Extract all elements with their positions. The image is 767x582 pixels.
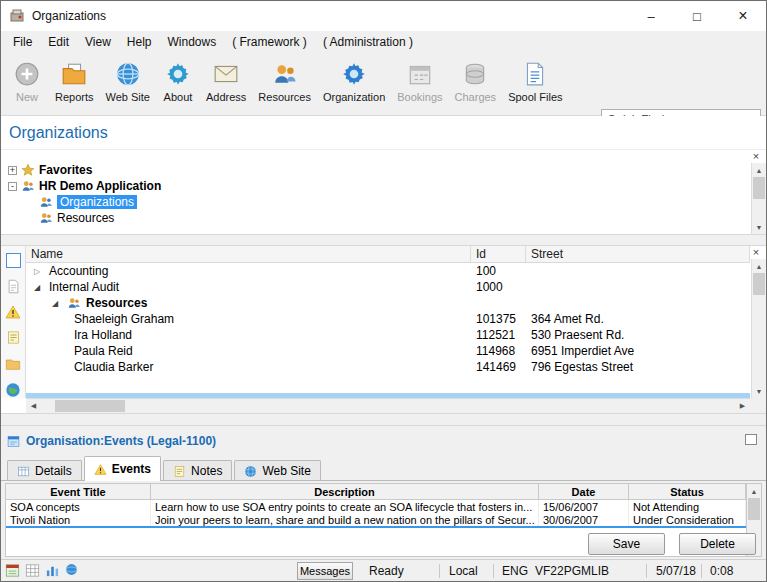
organization-button[interactable]: Organization	[317, 57, 391, 105]
close-icon[interactable]: ×	[750, 246, 762, 258]
tree-scrollbar[interactable]: ▲ ▼	[751, 163, 766, 234]
table-row[interactable]: ◢ Resources	[26, 295, 750, 311]
menu-item-framework[interactable]: ( Framework )	[224, 32, 315, 52]
tree-item-favorites[interactable]: + Favorites	[1, 162, 766, 178]
organizations-list-panel: Name Id Street ▷ Accounting 100 ◢ Intern…	[1, 246, 766, 413]
splitter[interactable]	[1, 234, 766, 246]
reports-icon	[59, 59, 89, 89]
messages-button[interactable]: Messages	[297, 562, 353, 580]
web-site-button[interactable]: Web Site	[100, 57, 156, 105]
column-header-event-title[interactable]: Event Title	[6, 484, 151, 499]
status-separator	[646, 564, 647, 578]
column-header-status[interactable]: Status	[629, 484, 746, 499]
table-row[interactable]: ◢ Internal Audit 1000	[26, 279, 750, 295]
select-tool-icon[interactable]	[5, 252, 22, 269]
close-icon[interactable]: ×	[750, 150, 762, 162]
splitter[interactable]	[1, 413, 766, 426]
cell-name: Resources	[86, 296, 147, 310]
table-row[interactable]: SOA concepts Learn how to use SOA entry …	[6, 500, 746, 513]
panel-maximize-icon[interactable]	[745, 434, 757, 445]
table-row[interactable]: Claudia Barker 141469 796 Egestas Street	[26, 359, 750, 375]
globe-icon[interactable]	[65, 563, 80, 578]
cell-id: 101375	[471, 312, 526, 326]
column-header-date[interactable]: Date	[539, 484, 629, 499]
close-button[interactable]: ×	[720, 1, 766, 31]
organizations-table: Name Id Street ▷ Accounting 100 ◢ Intern…	[26, 246, 750, 375]
bookings-button: Bookings	[391, 57, 448, 105]
spool-files-button[interactable]: Spool Files	[502, 57, 568, 105]
scrollbar-track[interactable]	[752, 273, 766, 384]
horizontal-scrollbar[interactable]: ◀ ▶	[26, 398, 750, 413]
scrollbar-track[interactable]	[41, 399, 735, 413]
tree-item-label: Organizations	[57, 195, 137, 209]
expand-icon[interactable]: ▷	[34, 267, 44, 276]
table-row[interactable]: Tivoli Nation Join your peers to learn, …	[6, 513, 746, 526]
minimize-button[interactable]: –	[628, 1, 674, 31]
reports-button[interactable]: Reports	[49, 57, 100, 105]
vertical-scrollbar[interactable]: ▲ ▼	[751, 259, 766, 398]
tab-events[interactable]: Events	[84, 456, 161, 481]
expand-icon[interactable]: +	[8, 166, 17, 175]
tab-label: Notes	[191, 464, 222, 478]
collapse-icon[interactable]: ◢	[34, 283, 44, 292]
window-title: Organizations	[32, 9, 106, 23]
scroll-right-icon[interactable]: ▶	[735, 399, 750, 413]
tab-web-site[interactable]: Web Site	[234, 460, 320, 481]
table-row[interactable]: ▷ Accounting 100	[26, 263, 750, 279]
column-header-id[interactable]: Id	[471, 246, 526, 262]
tab-details[interactable]: Details	[7, 460, 82, 481]
tab-label: Events	[112, 462, 151, 476]
menu-item-view[interactable]: View	[77, 32, 119, 52]
document-icon[interactable]	[5, 278, 22, 295]
menu-item-help[interactable]: Help	[119, 32, 160, 52]
scroll-down-icon[interactable]: ▼	[752, 220, 766, 234]
menu-item-edit[interactable]: Edit	[40, 32, 77, 52]
tree-item-organizations[interactable]: Organizations	[1, 194, 766, 210]
scrollbar-thumb[interactable]	[753, 177, 765, 199]
globe-icon[interactable]	[5, 381, 22, 398]
scroll-up-icon[interactable]: ▲	[752, 259, 766, 273]
scroll-up-icon[interactable]: ▲	[747, 484, 761, 498]
note-icon[interactable]	[5, 329, 22, 346]
cell-street: 364 Amet Rd.	[526, 312, 750, 326]
save-button[interactable]: Save	[588, 533, 665, 555]
scrollbar-thumb[interactable]	[753, 273, 765, 295]
warning-icon[interactable]	[5, 304, 22, 321]
scrollbar-thumb[interactable]	[748, 498, 760, 520]
table-row[interactable]: Paula Reid 114968 6951 Imperdiet Ave	[26, 343, 750, 359]
window-controls: – □ ×	[628, 1, 766, 31]
column-header-street[interactable]: Street	[526, 246, 750, 262]
cell-street: 796 Egestas Street	[526, 360, 750, 374]
table-row[interactable]: Shaeleigh Graham 101375 364 Amet Rd.	[26, 311, 750, 327]
grid-icon[interactable]	[25, 563, 40, 578]
app-icon	[9, 8, 25, 24]
menu-item-windows[interactable]: Windows	[160, 32, 225, 52]
column-header-description[interactable]: Description	[151, 484, 539, 499]
delete-button[interactable]: Delete	[679, 533, 756, 555]
tab-notes[interactable]: Notes	[163, 460, 232, 481]
scroll-left-icon[interactable]: ◀	[26, 399, 41, 413]
address-button[interactable]: Address	[200, 57, 252, 105]
scroll-down-icon[interactable]: ▼	[752, 384, 766, 398]
chart-icon[interactable]	[45, 563, 60, 578]
table-row[interactable]: Ira Holland 112521 530 Praesent Rd.	[26, 327, 750, 343]
table-icon	[17, 465, 30, 478]
tree-item-resources[interactable]: Resources	[1, 210, 766, 226]
scroll-up-icon[interactable]: ▲	[752, 163, 766, 177]
menu-item-administration[interactable]: ( Administration )	[315, 32, 421, 52]
column-header-name[interactable]: Name	[26, 246, 471, 262]
status-separator	[439, 564, 440, 578]
tab-strip: Details Events Notes Web Site	[1, 455, 766, 481]
scrollbar-track[interactable]	[752, 177, 766, 220]
folder-icon[interactable]	[5, 355, 22, 372]
app-window-icon[interactable]	[5, 563, 20, 578]
scrollbar-thumb[interactable]	[55, 400, 125, 412]
collapse-icon[interactable]: ◢	[52, 299, 62, 308]
menu-item-file[interactable]: File	[5, 32, 40, 52]
about-button[interactable]: About	[156, 57, 200, 105]
cell-id: 114968	[471, 344, 526, 358]
tree-item-hr-demo-application[interactable]: - HR Demo Application	[1, 178, 766, 194]
resources-button[interactable]: Resources	[252, 57, 317, 105]
collapse-icon[interactable]: -	[8, 182, 17, 191]
maximize-button[interactable]: □	[674, 1, 720, 31]
